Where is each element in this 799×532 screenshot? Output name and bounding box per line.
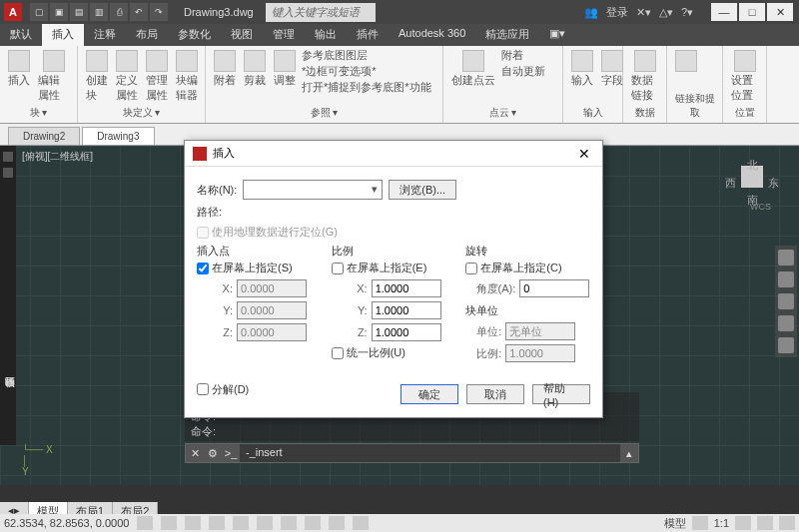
tab-insert[interactable]: 插入 bbox=[42, 24, 84, 46]
status-model[interactable]: 模型 bbox=[664, 516, 686, 531]
qat-save-icon[interactable]: ▤ bbox=[70, 3, 88, 21]
define-attrib-button[interactable]: 定义属性 bbox=[114, 48, 140, 105]
minimize-button[interactable]: — bbox=[711, 3, 737, 21]
exchange-icon[interactable]: ✕▾ bbox=[636, 6, 651, 19]
maximize-button[interactable]: □ bbox=[739, 3, 765, 21]
tab-manage[interactable]: 管理 bbox=[263, 24, 305, 46]
pc-attach[interactable]: 附着 bbox=[501, 48, 545, 63]
status-icon[interactable] bbox=[233, 516, 249, 530]
set-location-button[interactable]: 设置位置 bbox=[729, 48, 760, 105]
angle-input[interactable] bbox=[519, 279, 589, 297]
qat-saveas-icon[interactable]: ▥ bbox=[90, 3, 108, 21]
panel-data-label[interactable]: 数据 bbox=[629, 105, 660, 121]
scale-x-input[interactable] bbox=[372, 279, 441, 297]
status-icon[interactable] bbox=[735, 516, 751, 530]
panel-import-label[interactable]: 输入 bbox=[569, 105, 616, 121]
command-input[interactable]: -_insert bbox=[240, 444, 620, 462]
signin-icon[interactable]: 👥 bbox=[584, 6, 598, 19]
scale-y-input[interactable] bbox=[372, 301, 441, 319]
nav-zoom-icon[interactable] bbox=[778, 293, 794, 309]
status-icon[interactable] bbox=[692, 516, 708, 530]
cancel-button[interactable]: 取消 bbox=[466, 384, 524, 404]
datalink-button[interactable]: 数据链接 bbox=[629, 48, 660, 105]
panel-reference-label[interactable]: 参照 ▾ bbox=[212, 105, 436, 121]
block-name-combo[interactable] bbox=[243, 180, 383, 200]
insert-onscreen-checkbox[interactable] bbox=[197, 263, 209, 274]
wcs-label[interactable]: WCS bbox=[750, 202, 771, 212]
tab-extra-icon[interactable]: ▣▾ bbox=[539, 24, 575, 46]
panel-location-label[interactable]: 位置 bbox=[729, 105, 760, 121]
status-icon[interactable] bbox=[757, 516, 773, 530]
cloud-icon[interactable]: △▾ bbox=[659, 6, 673, 19]
tab-layout[interactable]: 布局 bbox=[126, 24, 168, 46]
field-button[interactable]: 字段 bbox=[599, 48, 625, 90]
panel-pointcloud-label[interactable]: 点云 ▾ bbox=[449, 105, 556, 121]
qat-open-icon[interactable]: ▣ bbox=[50, 3, 68, 21]
edit-attrib-button[interactable]: 编辑属性 bbox=[36, 48, 71, 105]
scale-onscreen-checkbox[interactable] bbox=[332, 263, 344, 274]
close-button[interactable]: ✕ bbox=[767, 3, 793, 21]
pc-autoupdate[interactable]: 自动更新 bbox=[501, 64, 545, 79]
cmd-close-icon[interactable]: ✕ bbox=[186, 444, 204, 462]
import-button[interactable]: 输入 bbox=[569, 48, 595, 90]
clip-button[interactable]: 剪裁 bbox=[242, 48, 268, 90]
ref-snap-item[interactable]: 打开*捕捉到参考底图*功能 bbox=[302, 80, 431, 95]
command-line[interactable]: ✕ ⚙ >_ -_insert ▴ bbox=[185, 443, 639, 463]
app-logo-icon[interactable]: A bbox=[4, 3, 22, 21]
panel-block-label[interactable]: 块 ▾ bbox=[6, 105, 71, 121]
tab-output[interactable]: 输出 bbox=[305, 24, 347, 46]
status-icon[interactable] bbox=[281, 516, 297, 530]
side-icon[interactable] bbox=[3, 152, 13, 162]
block-editor-button[interactable]: 块编辑器 bbox=[174, 48, 200, 105]
status-scale[interactable]: 1:1 bbox=[714, 517, 729, 529]
status-icon[interactable] bbox=[353, 516, 369, 530]
qat-new-icon[interactable]: ▢ bbox=[30, 3, 48, 21]
cmd-expand-icon[interactable]: ▴ bbox=[620, 444, 638, 462]
nav-orbit-icon[interactable] bbox=[778, 315, 794, 331]
tab-plugins[interactable]: 插件 bbox=[347, 24, 389, 46]
status-icon[interactable] bbox=[305, 516, 321, 530]
dialog-close-button[interactable]: ✕ bbox=[574, 144, 594, 164]
create-block-button[interactable]: 创建块 bbox=[84, 48, 110, 105]
status-icon[interactable] bbox=[779, 516, 795, 530]
tab-featured[interactable]: 精选应用 bbox=[475, 24, 539, 46]
tab-a360[interactable]: Autodesk 360 bbox=[389, 24, 475, 46]
insert-block-button[interactable]: 插入 bbox=[6, 48, 32, 90]
status-icon[interactable] bbox=[209, 516, 225, 530]
tab-view[interactable]: 视图 bbox=[221, 24, 263, 46]
attach-button[interactable]: 附着 bbox=[212, 48, 238, 90]
scale-z-input[interactable] bbox=[372, 323, 441, 341]
tab-annotate[interactable]: 注释 bbox=[84, 24, 126, 46]
doc-tab-2[interactable]: Drawing3 bbox=[82, 127, 154, 145]
ref-layer-item[interactable]: 参考底图图层 bbox=[302, 48, 431, 63]
rotate-onscreen-checkbox[interactable] bbox=[465, 263, 477, 274]
signin-label[interactable]: 登录 bbox=[606, 5, 628, 20]
link-extract-button[interactable] bbox=[673, 48, 699, 74]
explode-checkbox[interactable] bbox=[197, 383, 209, 395]
browse-button[interactable]: 浏览(B)... bbox=[389, 180, 456, 200]
qat-print-icon[interactable]: ⎙ bbox=[110, 3, 128, 21]
adjust-button[interactable]: 调整 bbox=[272, 48, 298, 90]
cmd-config-icon[interactable]: ⚙ bbox=[204, 444, 222, 462]
panel-blockdef-label[interactable]: 块定义 ▾ bbox=[84, 105, 199, 121]
viewport-label[interactable]: [俯视][二维线框] bbox=[22, 150, 93, 164]
tab-default[interactable]: 默认 bbox=[0, 24, 42, 46]
panel-linkextract-label[interactable]: 链接和提取 bbox=[673, 91, 716, 121]
doc-tab-1[interactable]: Drawing2 bbox=[8, 127, 80, 145]
side-icon[interactable] bbox=[3, 168, 13, 178]
uniform-scale-checkbox[interactable] bbox=[332, 347, 344, 359]
tab-parametric[interactable]: 参数化 bbox=[168, 24, 221, 46]
help-button[interactable]: 帮助(H) bbox=[532, 384, 590, 404]
ok-button[interactable]: 确定 bbox=[400, 384, 458, 404]
status-icon[interactable] bbox=[185, 516, 201, 530]
nav-wheel-icon[interactable] bbox=[778, 250, 794, 266]
status-icon[interactable] bbox=[329, 516, 345, 530]
help-search-input[interactable]: 键入关键字或短语 bbox=[266, 3, 376, 22]
viewcube[interactable]: 北 西 东 南 bbox=[725, 158, 779, 222]
status-icon[interactable] bbox=[137, 516, 153, 530]
nav-pan-icon[interactable] bbox=[778, 271, 794, 287]
qat-undo-icon[interactable]: ↶ bbox=[130, 3, 148, 21]
manage-attrib-button[interactable]: 管理属性 bbox=[144, 48, 170, 105]
status-icon[interactable] bbox=[257, 516, 273, 530]
help-icon[interactable]: ?▾ bbox=[681, 6, 693, 19]
